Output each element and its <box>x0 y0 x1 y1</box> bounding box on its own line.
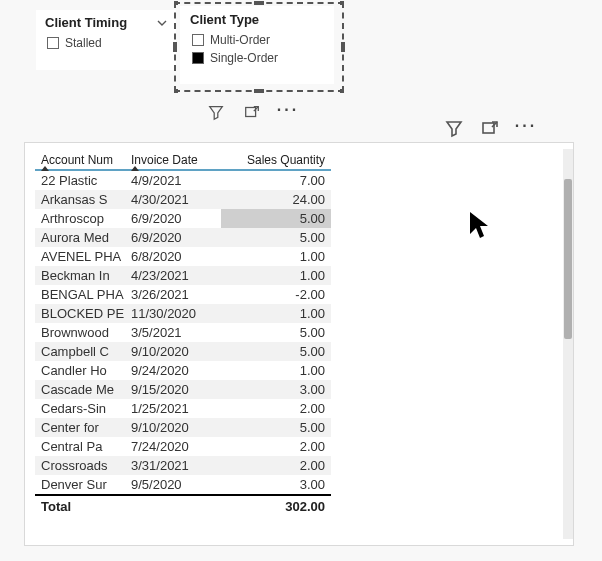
table-row[interactable]: Cascade Me9/15/20203.00 <box>35 380 331 399</box>
cell-date: 6/8/2020 <box>125 247 221 266</box>
cell-account: Arthroscop <box>35 209 125 228</box>
slicer-title-text: Client Timing <box>45 15 127 30</box>
more-options-icon[interactable]: ··· <box>278 100 298 124</box>
option-label: Single-Order <box>210 51 278 65</box>
table-row[interactable]: 22 Plastic4/9/20217.00 <box>35 170 331 190</box>
table-row[interactable]: Arthroscop6/9/20205.00 <box>35 209 331 228</box>
cell-qty: 7.00 <box>221 170 331 190</box>
svg-rect-0 <box>246 108 256 117</box>
filter-icon[interactable] <box>206 102 226 122</box>
cell-qty: 24.00 <box>221 190 331 209</box>
slicer-title-text: Client Type <box>190 12 259 27</box>
cell-date: 9/15/2020 <box>125 380 221 399</box>
column-header-qty[interactable]: Sales Quantity <box>221 149 331 170</box>
cell-date: 7/24/2020 <box>125 437 221 456</box>
cell-date: 9/10/2020 <box>125 342 221 361</box>
cell-account: Campbell C <box>35 342 125 361</box>
visual-header-table: ··· <box>444 116 536 140</box>
cell-qty: 5.00 <box>221 209 331 228</box>
chevron-down-icon[interactable] <box>157 18 167 28</box>
column-header-account[interactable]: Account Num <box>35 149 125 170</box>
slicer-option-multi-order[interactable]: Multi-Order <box>190 31 324 49</box>
checkbox-icon[interactable] <box>47 37 59 49</box>
table-header-row: Account Num Invoice Date Sales Quantity <box>35 149 331 170</box>
scrollbar-thumb[interactable] <box>564 179 572 339</box>
table-row[interactable]: Central Pa7/24/20202.00 <box>35 437 331 456</box>
cell-account: Beckman In <box>35 266 125 285</box>
cell-account: Center for <box>35 418 125 437</box>
cell-date: 6/9/2020 <box>125 228 221 247</box>
table-row[interactable]: BLOCKED PE11/30/20201.00 <box>35 304 331 323</box>
cell-account: Aurora Med <box>35 228 125 247</box>
table-row[interactable]: Aurora Med6/9/20205.00 <box>35 228 331 247</box>
slicer-option-stalled[interactable]: Stalled <box>45 34 167 52</box>
table-row[interactable]: Cedars-Sin1/25/20212.00 <box>35 399 331 418</box>
cell-date: 4/30/2021 <box>125 190 221 209</box>
visual-header-slicer: ··· <box>206 100 298 124</box>
cell-date: 4/23/2021 <box>125 266 221 285</box>
sort-asc-icon <box>131 166 139 171</box>
cell-qty: 2.00 <box>221 399 331 418</box>
cell-account: BLOCKED PE <box>35 304 125 323</box>
cell-qty: 1.00 <box>221 304 331 323</box>
cell-date: 9/10/2020 <box>125 418 221 437</box>
cell-qty: 5.00 <box>221 342 331 361</box>
table-visual[interactable]: Account Num Invoice Date Sales Quantity … <box>24 142 574 546</box>
filter-icon[interactable] <box>444 118 464 138</box>
total-value: 302.00 <box>219 499 331 514</box>
option-label: Stalled <box>65 36 102 50</box>
table-row[interactable]: Arkansas S4/30/202124.00 <box>35 190 331 209</box>
cell-account: Denver Sur <box>35 475 125 494</box>
more-options-icon[interactable]: ··· <box>516 116 536 140</box>
cell-account: Cascade Me <box>35 380 125 399</box>
cell-account: 22 Plastic <box>35 170 125 190</box>
table-row[interactable]: Brownwood3/5/20215.00 <box>35 323 331 342</box>
cell-date: 9/5/2020 <box>125 475 221 494</box>
cell-date: 6/9/2020 <box>125 209 221 228</box>
table-row[interactable]: Center for9/10/20205.00 <box>35 418 331 437</box>
cell-account: Arkansas S <box>35 190 125 209</box>
cell-date: 3/26/2021 <box>125 285 221 304</box>
svg-rect-1 <box>483 123 494 133</box>
cell-qty: -2.00 <box>221 285 331 304</box>
cell-qty: 2.00 <box>221 456 331 475</box>
slicer-option-single-order[interactable]: Single-Order <box>190 49 324 67</box>
slicer-client-type[interactable]: Client Type Multi-Order Single-Order <box>180 6 334 84</box>
focus-mode-icon[interactable] <box>242 102 262 122</box>
cell-account: Central Pa <box>35 437 125 456</box>
cell-account: AVENEL PHA <box>35 247 125 266</box>
scrollbar[interactable] <box>563 149 573 539</box>
cell-qty: 3.00 <box>221 475 331 494</box>
table-row[interactable]: BENGAL PHA3/26/2021-2.00 <box>35 285 331 304</box>
cell-date: 11/30/2020 <box>125 304 221 323</box>
cell-account: Brownwood <box>35 323 125 342</box>
cell-date: 3/31/2021 <box>125 456 221 475</box>
checkbox-icon[interactable] <box>192 52 204 64</box>
table-row[interactable]: Campbell C9/10/20205.00 <box>35 342 331 361</box>
table-row[interactable]: Candler Ho9/24/20201.00 <box>35 361 331 380</box>
table-row[interactable]: Denver Sur9/5/20203.00 <box>35 475 331 494</box>
cell-date: 9/24/2020 <box>125 361 221 380</box>
cell-qty: 3.00 <box>221 380 331 399</box>
data-table: Account Num Invoice Date Sales Quantity … <box>35 149 331 494</box>
table-row[interactable]: AVENEL PHA6/8/20201.00 <box>35 247 331 266</box>
cell-account: Crossroads <box>35 456 125 475</box>
cell-qty: 2.00 <box>221 437 331 456</box>
cell-account: BENGAL PHA <box>35 285 125 304</box>
checkbox-icon[interactable] <box>192 34 204 46</box>
cell-qty: 1.00 <box>221 247 331 266</box>
cell-account: Candler Ho <box>35 361 125 380</box>
cell-qty: 5.00 <box>221 228 331 247</box>
slicer-title: Client Type <box>190 12 324 27</box>
column-header-date[interactable]: Invoice Date <box>125 149 221 170</box>
focus-mode-icon[interactable] <box>480 118 500 138</box>
table-row[interactable]: Beckman In4/23/20211.00 <box>35 266 331 285</box>
total-label: Total <box>35 499 219 514</box>
slicer-client-timing[interactable]: Client Timing Stalled <box>36 10 176 70</box>
cell-qty: 1.00 <box>221 266 331 285</box>
option-label: Multi-Order <box>210 33 270 47</box>
cell-account: Cedars-Sin <box>35 399 125 418</box>
table-row[interactable]: Crossroads3/31/20212.00 <box>35 456 331 475</box>
table-total-row: Total 302.00 <box>35 494 331 514</box>
cell-date: 3/5/2021 <box>125 323 221 342</box>
